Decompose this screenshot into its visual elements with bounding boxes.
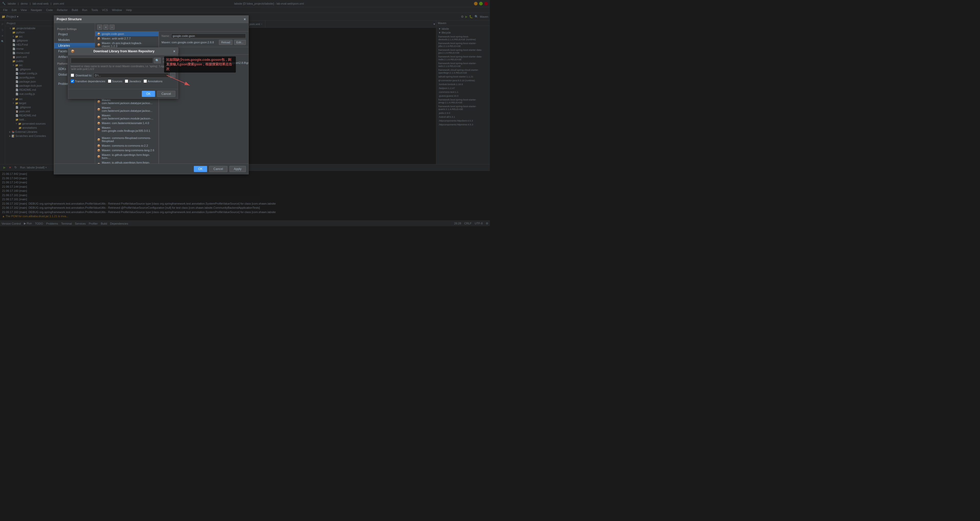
lib-name: Maven: io.github.openfeign.form:feign-fo… [102, 153, 156, 159]
maven-search-button[interactable]: 🔍 [154, 58, 161, 63]
download-to-checkbox[interactable] [71, 73, 74, 77]
lib-item-commons-io[interactable]: 📦 Maven: commons-io:commons-io:2.2 [95, 143, 158, 148]
lib-name: Maven: com.fasterxmlclassmate:1.4.0 [102, 121, 149, 124]
download-dialog-close[interactable]: × [173, 49, 175, 53]
maven-search-input[interactable] [71, 58, 153, 63]
dialog-close-button[interactable]: × [244, 17, 246, 21]
javadocs-label[interactable]: Javadocs [125, 80, 141, 83]
download-cancel-button[interactable]: Cancel [157, 91, 175, 97]
search-row: 🔍 Found: 0Showing: 0 [71, 58, 175, 63]
lib-item-findbugs[interactable]: 📦 Maven: com.google.code.findbugs:jsr305… [95, 125, 158, 133]
lib-name: Maven: ch.qos.logback:logback-classic:1.… [102, 41, 156, 48]
lib-icon: 📦 [97, 149, 100, 152]
dialog-footer: OK Cancel Apply [54, 164, 248, 174]
download-to-label: Download to: [76, 74, 92, 77]
detail-name-row: Name: [162, 33, 246, 38]
nav-project[interactable]: Project [54, 32, 95, 37]
detail-header: Name: Maven: com.google.code.gson:gson:2… [159, 32, 248, 47]
lib-name: Maven: com.fasterxml.jackson.module:jack… [102, 114, 156, 120]
lib-item-commons-fileupload[interactable]: 📦 Maven: commons-fileupload:commons-file… [95, 135, 158, 143]
reload-button[interactable]: Reload [219, 40, 232, 45]
add-library-button[interactable]: + [97, 25, 102, 30]
dialog-apply-button[interactable]: Apply [229, 166, 246, 172]
lib-name: Maven: com.fasterxml.jackson.datatype:ja… [102, 99, 156, 105]
project-settings-section-label: Project Settings [54, 27, 95, 32]
lib-name: Maven: antlr:antlr:2.7.7 [102, 37, 131, 40]
lib-name: Maven: commons-io:commons-io:2.2 [102, 144, 148, 147]
sources-text: Sources [112, 80, 122, 83]
lib-name: google.code.gson [102, 32, 124, 35]
lib-name: Maven: commons-fileupload:commons-fileup… [102, 136, 156, 143]
lib-icon: 📦 [97, 108, 100, 111]
sources-label[interactable]: Sources [108, 80, 122, 83]
lib-icon: 📦 [97, 155, 100, 158]
annotations-checkbox[interactable] [143, 80, 147, 83]
lib-item-commons-lang[interactable]: 📦 Maven: commons-lang:commons-lang:2.6 [95, 148, 158, 153]
lib-icon: 📦 [97, 43, 100, 46]
lib-item-gson[interactable]: 📦 google.code.gson [95, 32, 158, 36]
download-dialog-icon: 📦 [71, 49, 75, 53]
lib-icon: 📦 [97, 37, 100, 40]
download-dialog-footer: OK Cancel [68, 89, 178, 99]
edit-button[interactable]: Edit... [234, 40, 246, 45]
javadocs-text: Javadocs [129, 80, 141, 83]
lib-item-classmate[interactable]: 📦 Maven: com.fasterxmlclassmate:1.4.0 [95, 121, 158, 125]
lib-icon: 📦 [97, 116, 100, 118]
download-to-row: Download to: ... [71, 73, 175, 78]
maven-coords: Maven: com.google.code.gson:gson:2.8.8 [162, 41, 217, 44]
name-label: Name: [162, 34, 170, 37]
sources-checkbox[interactable] [108, 80, 111, 83]
lib-icon: 📦 [97, 100, 100, 103]
options-row: Transitive dependencies Sources Javadocs… [71, 80, 175, 83]
dialog-title-bar: Project Structure × [54, 16, 248, 23]
transitive-text: Transitive dependencies [75, 80, 105, 83]
download-dialog-title-bar: 📦 Download Library from Maven Repository… [68, 48, 178, 55]
download-dialog-title: Download Library from Maven Repository [93, 49, 154, 53]
search-hint: keyword or class name to search by or ex… [71, 65, 175, 70]
download-to-input[interactable] [94, 73, 169, 78]
dialog-cancel-button[interactable]: Cancel [209, 166, 228, 172]
lib-item-feign-form3[interactable]: 📦 Maven: io.github.openfeign.form:feign-… [95, 160, 158, 164]
lib-name: Maven: commons-lang:commons-lang:2.6 [102, 149, 154, 152]
lib-icon: 📦 [97, 138, 100, 141]
lib-icon: 📦 [97, 128, 100, 131]
detail-maven-row: Maven: com.google.code.gson:gson:2.8.8 R… [162, 40, 246, 45]
javadocs-checkbox[interactable] [125, 80, 128, 83]
lib-icon: 📦 [97, 33, 100, 35]
lib-name: Maven: com.fasterxml.jackson.datatype:ja… [102, 106, 156, 112]
download-ok-button[interactable]: OK [142, 91, 155, 97]
remove-library-button[interactable]: − [110, 25, 115, 30]
lib-item-jackson-datatype2[interactable]: 📦 Maven: com.fasterxml.jackson.datatype:… [95, 105, 158, 113]
lib-item-jackson-module[interactable]: 📦 Maven: com.fasterxml.jackson.module:ja… [95, 113, 158, 121]
found-label: Found: 0Showing: 0 [163, 58, 175, 63]
lib-icon: 📦 [97, 122, 100, 124]
lib-icon: 📦 [97, 144, 100, 147]
transitive-label[interactable]: Transitive dependencies [71, 80, 105, 83]
lib-item-antlr[interactable]: 📦 Maven: antlr:antlr:2.7.7 [95, 36, 158, 41]
download-dialog-body: 🔍 Found: 0Showing: 0 keyword or class na… [68, 55, 178, 89]
modal-overlay: Project Structure × Project Settings Pro… [0, 0, 490, 260]
dialog-title: Project Structure [57, 18, 81, 21]
lib-item-jackson-datatype1[interactable]: 📦 Maven: com.fasterxml.jackson.datatype:… [95, 98, 158, 105]
dialog-ok-button[interactable]: OK [194, 166, 207, 172]
annotations-text: Annotations [148, 80, 162, 83]
lib-name: Maven: io.github.openfeign.form:feign-fo… [102, 161, 156, 164]
add-library2-button[interactable]: + [103, 25, 108, 30]
download-library-dialog: 📦 Download Library from Maven Repository… [68, 48, 178, 99]
transitive-checkbox[interactable] [71, 80, 74, 83]
libraries-toolbar: + + − [95, 23, 248, 32]
nav-modules[interactable]: Modules [54, 37, 95, 43]
library-name-input[interactable] [171, 33, 246, 38]
annotations-label[interactable]: Annotations [143, 80, 162, 83]
lib-item-feign-form[interactable]: 📦 Maven: io.github.openfeign.form:feign-… [95, 153, 158, 160]
lib-name: Maven: com.google.code.findbugs:jsr305:3… [102, 126, 156, 132]
browse-button[interactable]: ... [170, 73, 175, 78]
